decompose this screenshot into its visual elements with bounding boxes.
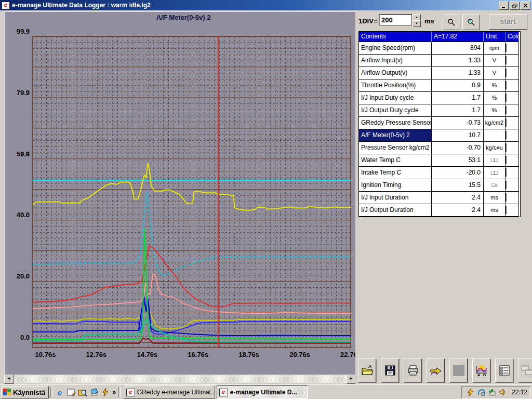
- printer-icon: [407, 365, 419, 376]
- table-row[interactable]: I/J Output Duration2.4ms: [359, 204, 520, 217]
- open-folder-icon: [361, 365, 374, 376]
- channel-value: -0.73: [432, 117, 484, 129]
- table-row[interactable]: GReddy Pressure Sensor kg/cm2-0.73kg/cm2: [359, 117, 520, 129]
- minimize-button[interactable]: [499, 2, 509, 10]
- power-status-icon[interactable]: [466, 388, 475, 396]
- title-bar: e e-manage Ultimate Data Logger : warm i…: [0, 0, 532, 10]
- channel-unit: %: [484, 104, 506, 117]
- magnifier-icon: [447, 18, 456, 26]
- export-graph-button[interactable]: [427, 358, 445, 382]
- channel-value: 894: [432, 42, 484, 55]
- table-row[interactable]: Airflow Input(v)1.33V: [359, 55, 520, 67]
- winamp-icon[interactable]: [100, 387, 111, 397]
- y-tick-label: 79.9: [17, 89, 30, 97]
- channel-unit: □□: [484, 154, 506, 167]
- channel-color-swatch: [506, 129, 519, 142]
- y-tick-label: 40.0: [17, 211, 30, 219]
- table-row[interactable]: Throttle Position(%)0.9%: [359, 79, 520, 92]
- channel-value: -0.70: [432, 142, 484, 154]
- show-desktop-icon[interactable]: [89, 387, 99, 397]
- channel-value: 1.33: [432, 55, 484, 67]
- internet-explorer-icon[interactable]: e: [55, 387, 65, 397]
- table-row[interactable]: Ignition Timing15.5□‹: [359, 179, 520, 192]
- x-tick-label: 20.76s: [289, 351, 310, 358]
- header-color: Color: [506, 32, 519, 42]
- table-row[interactable]: I/J Input Duty cycle1.7%: [359, 92, 520, 104]
- zoom-out-button[interactable]: [443, 15, 460, 30]
- table-row[interactable]: Engine Speed(rpm)894rpm: [359, 42, 520, 55]
- y-tick-label: 99.9: [17, 28, 30, 35]
- channel-unit: V: [484, 67, 506, 79]
- window-title: e-manage Ultimate Data Logger : warm idl…: [12, 2, 151, 9]
- app-logo-icon: e: [2, 2, 10, 9]
- channel-color-swatch: [506, 142, 519, 154]
- task-button-greddy[interactable]: e GReddy e-manage Ultimat...: [124, 385, 215, 399]
- y-tick-label: 0.0: [20, 334, 30, 341]
- open-file-button[interactable]: [358, 358, 376, 382]
- y-tick-label: 20.0: [17, 272, 30, 280]
- channel-name: I/J Output Duty cycle: [359, 104, 432, 117]
- channel-name: A/F Meter(0-5v) 2: [359, 129, 432, 142]
- quicklaunch-overflow-chevron[interactable]: »: [112, 389, 116, 396]
- channel-name: Intake Temp C: [359, 167, 432, 179]
- channel-name: Ignition Timing: [359, 179, 432, 192]
- chart-horizontal-scrollbar[interactable]: ◄ ►: [4, 375, 356, 383]
- volume-icon[interactable]: [499, 388, 508, 396]
- channel-unit: %: [484, 92, 506, 104]
- tile-windows-button[interactable]: [518, 358, 532, 382]
- table-row[interactable]: Pressure Sensor kg/cm2-0.70kg/c≠u: [359, 142, 520, 154]
- table-row[interactable]: Water Temp C53.1□□: [359, 154, 520, 167]
- scroll-right-button[interactable]: ►: [347, 375, 356, 384]
- div-unit-label: ms: [424, 17, 434, 25]
- start-menu-button[interactable]: Käynnistä: [1, 386, 49, 398]
- table-row[interactable]: Intake Temp C-20.0□□: [359, 167, 520, 179]
- chart-panel: A/F Meter(0-5v) 2 99.979.959.940.020.00.…: [4, 11, 356, 375]
- channel-name: Pressure Sensor kg/cm2: [359, 142, 432, 154]
- series-ij-output-duty: [33, 297, 351, 335]
- x-tick-label: 10.76s: [35, 351, 56, 358]
- blank-button[interactable]: [449, 358, 468, 382]
- channel-table: Contents A=17.82 Unit Color Engine Speed…: [358, 31, 521, 217]
- table-row[interactable]: I/J Output Duty cycle1.7%: [359, 104, 520, 117]
- channel-unit: %: [484, 79, 506, 92]
- taskbar-clock: 22:12: [512, 389, 527, 396]
- list-view-button[interactable]: [495, 358, 513, 382]
- channel-value: 1.33: [432, 67, 484, 79]
- start-button[interactable]: start: [489, 14, 527, 30]
- save-button[interactable]: [381, 358, 399, 382]
- zoom-in-button[interactable]: [462, 15, 480, 30]
- print-button[interactable]: [404, 358, 422, 382]
- channel-value: -20.0: [432, 167, 484, 179]
- div-interval-input[interactable]: [379, 14, 412, 25]
- taskbar: Käynnistä e » e GReddy e-manage Ultimat.…: [0, 384, 532, 399]
- scroll-left-button[interactable]: ◄: [4, 375, 14, 384]
- display-settings-icon[interactable]: [477, 388, 486, 396]
- task-button-emanage-active[interactable]: e e-manage Ultimate D...: [217, 385, 308, 399]
- blank-square-icon: [453, 365, 464, 376]
- close-button[interactable]: [521, 2, 530, 10]
- search-folder-icon[interactable]: [77, 387, 88, 397]
- channel-name: I/J Output Duration: [359, 204, 432, 217]
- table-row[interactable]: Airflow Output(v)1.33V: [359, 67, 520, 79]
- table-row[interactable]: A/F Meter(0-5v) 210.7: [359, 129, 520, 142]
- channel-value: 2.4: [432, 204, 484, 217]
- application-window: e e-manage Ultimate Data Logger : warm i…: [0, 0, 532, 399]
- channel-unit: ms: [484, 192, 506, 204]
- mail-icon[interactable]: [66, 387, 76, 397]
- table-row[interactable]: I/J Input Duration2.4ms: [359, 192, 520, 204]
- div-decrement-button[interactable]: ▼: [413, 20, 421, 27]
- channel-color-swatch: [506, 204, 519, 217]
- scheduler-icon[interactable]: [488, 388, 497, 396]
- channel-color-swatch: [506, 55, 519, 67]
- restore-button[interactable]: [510, 2, 520, 10]
- channel-name: Airflow Output(v): [359, 67, 432, 79]
- chart-plot[interactable]: 99.979.959.940.020.00.010.76s12.76s14.76…: [5, 12, 356, 375]
- channel-color-swatch: [506, 154, 519, 167]
- compare-ab-button[interactable]: AB: [472, 358, 490, 382]
- channel-color-swatch: [506, 117, 519, 129]
- svg-text:A: A: [477, 373, 480, 376]
- channel-unit: kg/cm2: [484, 117, 506, 129]
- side-panel: 1DIV= ▲ ▼ ms start Contents A=17.82 Unit…: [355, 11, 532, 384]
- channel-name: I/J Input Duration: [359, 192, 432, 204]
- system-tray: 22:12: [461, 386, 531, 398]
